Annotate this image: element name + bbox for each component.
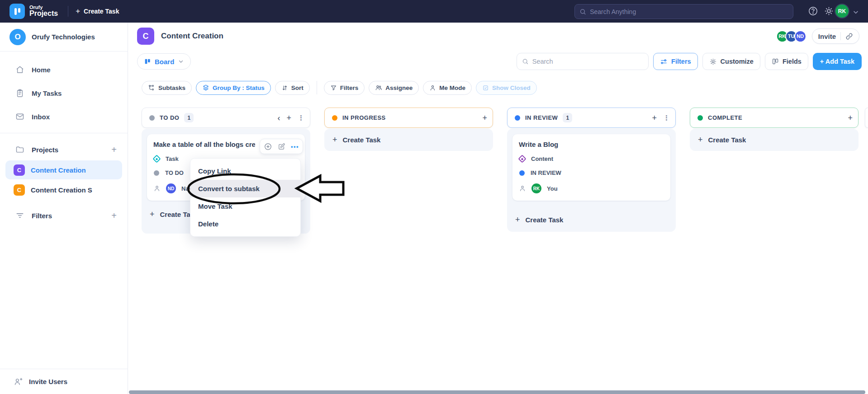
invite-button[interactable]: Invite bbox=[812, 28, 859, 44]
sidebar: O Orufy Technologies Home My Tasks Inbox… bbox=[0, 23, 128, 394]
show-closed-label: Show Closed bbox=[492, 84, 531, 91]
assignee-icon bbox=[519, 185, 526, 192]
edit-icon[interactable] bbox=[278, 143, 285, 150]
customize-label: Customize bbox=[721, 58, 754, 65]
project-badge: C bbox=[14, 184, 25, 196]
column-title: TO DO bbox=[160, 114, 179, 121]
view-switcher-board[interactable]: Board bbox=[137, 53, 191, 70]
workspace-name: Orufy Technologies bbox=[32, 33, 95, 41]
create-task-label: Create Task bbox=[708, 136, 746, 144]
column-in-review: IN REVIEW 1 + ⋮ Write a Blog Content I bbox=[507, 108, 676, 234]
add-project-button[interactable]: + bbox=[111, 145, 117, 155]
invite-users-button[interactable]: Invite Users bbox=[0, 369, 128, 394]
horizontal-scrollbar[interactable] bbox=[129, 390, 865, 394]
status-dot bbox=[154, 170, 159, 176]
task-menu-icon[interactable]: ••• bbox=[291, 143, 299, 150]
task-card[interactable]: Write a Blog Content IN REVIEW RK You bbox=[512, 134, 670, 201]
avatar: RK bbox=[531, 183, 541, 193]
filter-lines-icon bbox=[15, 211, 24, 220]
user-menu-chevron-icon[interactable] bbox=[852, 9, 859, 16]
assignee-name: You bbox=[547, 185, 558, 192]
task-status-label: TO DO bbox=[165, 169, 184, 176]
add-task-icon[interactable]: + bbox=[848, 114, 853, 122]
plus-icon: + bbox=[76, 7, 80, 16]
board-icon bbox=[144, 58, 151, 65]
avatar[interactable]: ND bbox=[794, 30, 806, 42]
app-logo-icon bbox=[9, 4, 25, 19]
customize-button[interactable]: Customize bbox=[702, 53, 760, 70]
sort-arrows-icon bbox=[281, 84, 288, 91]
column-menu-icon[interactable]: ⋮ bbox=[298, 114, 304, 121]
sidebar-item-content-creation[interactable]: C Content Creation bbox=[5, 160, 122, 179]
sidebar-item-my-tasks[interactable]: My Tasks bbox=[0, 81, 128, 105]
column-menu-icon[interactable]: ⋮ bbox=[663, 114, 670, 121]
sidebar-section-projects[interactable]: Projects + bbox=[0, 140, 128, 159]
menu-item-convert-to-subtask[interactable]: Convert to subtask bbox=[190, 180, 300, 197]
section-label: Projects bbox=[32, 146, 58, 154]
add-task-icon[interactable]: + bbox=[286, 114, 291, 122]
add-task-icon[interactable]: + bbox=[652, 114, 657, 122]
task-type-row: Content bbox=[519, 155, 664, 162]
sidebar-item-content-creation-s[interactable]: C Content Creation S bbox=[5, 180, 122, 199]
user-avatar[interactable]: RK bbox=[835, 4, 849, 19]
sidebar-item-home[interactable]: Home bbox=[0, 58, 128, 81]
collapse-column-icon[interactable]: ‹ bbox=[277, 114, 280, 122]
fields-label: Fields bbox=[783, 58, 802, 65]
sidebar-item-label: Home bbox=[32, 66, 51, 74]
main-content: C Content Creation RK TU ND Invite Board bbox=[128, 23, 868, 394]
subtasks-toggle[interactable]: Subtasks bbox=[142, 81, 192, 95]
assignee-pill[interactable]: Assignee bbox=[369, 81, 419, 95]
subtasks-icon bbox=[148, 84, 155, 91]
me-mode-label: Me Mode bbox=[439, 84, 465, 91]
view-controls: Board Filters Customize Fields + Add Tas… bbox=[128, 52, 868, 71]
checkbox-icon bbox=[482, 84, 489, 91]
chevron-down-icon bbox=[178, 58, 184, 65]
menu-item-move-task[interactable]: Move Task bbox=[190, 197, 300, 215]
avatar: ND bbox=[166, 183, 176, 193]
create-task-row[interactable]: + Create Task bbox=[512, 211, 670, 225]
search-icon bbox=[579, 8, 586, 15]
add-task-icon[interactable]: + bbox=[482, 114, 487, 122]
status-dot bbox=[519, 170, 525, 176]
app-brand: Orufy Projects bbox=[29, 5, 58, 18]
gear-icon bbox=[709, 58, 717, 66]
settings-gear-icon[interactable] bbox=[824, 6, 834, 16]
global-search-input[interactable] bbox=[590, 8, 788, 15]
group-by-button[interactable]: Group By : Status bbox=[196, 81, 271, 95]
task-status-row: IN REVIEW bbox=[519, 169, 664, 176]
board-search[interactable] bbox=[517, 53, 649, 70]
project-badge: C bbox=[14, 164, 25, 176]
clipboard-icon bbox=[15, 89, 24, 98]
sort-button[interactable]: Sort bbox=[275, 81, 310, 95]
person-icon bbox=[429, 84, 436, 91]
invite-label: Invite bbox=[818, 33, 836, 40]
global-search[interactable] bbox=[574, 4, 793, 19]
sliders-icon bbox=[660, 58, 668, 66]
help-icon[interactable] bbox=[808, 6, 818, 16]
menu-item-delete[interactable]: Delete bbox=[190, 215, 300, 233]
column-title: COMPLETE bbox=[708, 114, 742, 121]
sidebar-item-inbox[interactable]: Inbox bbox=[0, 105, 128, 128]
menu-item-copy-link[interactable]: Copy Link bbox=[190, 162, 300, 180]
me-mode-toggle[interactable]: Me Mode bbox=[423, 81, 472, 95]
create-task-button[interactable]: + Create Task bbox=[76, 7, 119, 16]
create-task-row[interactable]: + Create Task bbox=[695, 134, 853, 145]
filters-pill[interactable]: Filters bbox=[324, 81, 365, 95]
topbar: Orufy Projects + Create Task RK bbox=[0, 0, 868, 23]
fields-button[interactable]: Fields bbox=[765, 53, 808, 70]
create-task-row[interactable]: + Create Task bbox=[330, 134, 488, 145]
layers-icon bbox=[202, 84, 209, 91]
section-label: Filters bbox=[32, 212, 52, 220]
workspace-switcher[interactable]: O Orufy Technologies bbox=[0, 23, 128, 52]
board-search-input[interactable] bbox=[532, 58, 643, 65]
add-filter-button[interactable]: + bbox=[111, 211, 117, 221]
circle-plus-icon[interactable] bbox=[264, 142, 272, 151]
show-closed-toggle[interactable]: Show Closed bbox=[476, 81, 537, 95]
sidebar-section-filters[interactable]: Filters + bbox=[0, 206, 128, 225]
filters-button[interactable]: Filters bbox=[653, 53, 698, 70]
status-dot bbox=[697, 115, 703, 121]
toolbar-divider bbox=[317, 81, 317, 94]
page-title: Content Creation bbox=[161, 32, 223, 41]
add-task-button[interactable]: + Add Task bbox=[813, 53, 862, 70]
task-title: Make a table of all the blogs cre bbox=[153, 141, 255, 148]
